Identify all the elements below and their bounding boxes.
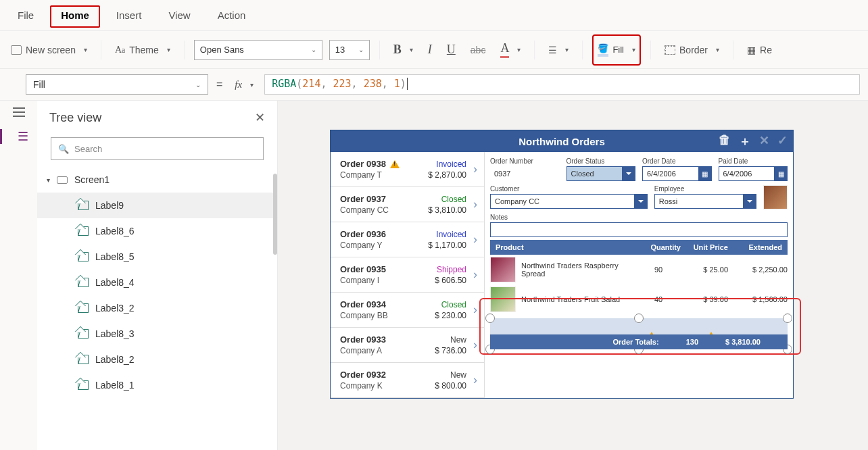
underline-button[interactable]: U [443, 40, 460, 59]
resize-handle[interactable] [783, 314, 792, 323]
chevron-down-icon[interactable] [743, 194, 756, 209]
chevron-down-icon[interactable] [634, 194, 648, 209]
tree-title: Tree view [49, 111, 101, 125]
cancel-icon[interactable]: ✕ [759, 133, 769, 149]
font-size-value: 13 [335, 45, 345, 55]
chevron-right-icon: › [471, 197, 477, 211]
label-icon [78, 226, 89, 236]
tree-node-label-control[interactable]: Label8_2 [37, 347, 277, 372]
tree-view-nav-icon[interactable]: ☰ [0, 129, 37, 144]
align-icon: ☰ [548, 45, 557, 55]
reorder-button[interactable]: ▦ Re [743, 42, 776, 58]
label-icon [78, 329, 89, 339]
order-row[interactable]: Order 0935Company IShipped$ 606.50› [331, 257, 484, 293]
plus-icon[interactable]: ＋ [739, 133, 751, 149]
lbl-customer: Customer [490, 185, 648, 193]
val-customer[interactable]: Company CC [490, 194, 635, 209]
val-paid-date[interactable]: 6/4/2006 [719, 166, 775, 181]
tab-file[interactable]: File [7, 5, 45, 28]
val-order-status[interactable]: Closed [566, 166, 623, 181]
trash-icon[interactable]: 🗑 [719, 133, 731, 149]
new-screen-button[interactable]: New screen ▾ [7, 42, 91, 58]
order-row[interactable]: Order 0934Company BBClosed$ 230.00› [331, 293, 484, 328]
tree-node-label-control[interactable]: Label8_4 [37, 270, 277, 295]
search-input[interactable]: 🔍 Search [51, 137, 264, 160]
order-row[interactable]: Order 0937Company CCClosed$ 3,810.00› [331, 187, 484, 222]
strike-button[interactable]: abc [466, 42, 490, 58]
tree-node-label: Screen1 [74, 174, 110, 185]
hamburger-button[interactable] [13, 107, 25, 117]
font-color-button[interactable]: A▾ [496, 39, 525, 61]
tree-node-label-control[interactable]: Label8_1 [37, 372, 277, 398]
formula-input[interactable]: RGBA(214, 223, 238, 1) [264, 74, 860, 95]
tab-view[interactable]: View [158, 5, 201, 28]
label-icon [78, 355, 89, 364]
calendar-icon[interactable]: ▦ [774, 166, 788, 181]
tree-node-label-control[interactable]: Label8_3 [37, 321, 277, 347]
label-icon [78, 303, 89, 313]
selected-label-control[interactable]: Order Totals: 130 $ 3,810.00 [490, 318, 788, 349]
chevron-down-icon: ▾ [250, 81, 254, 89]
close-icon[interactable]: ✕ [255, 110, 265, 125]
border-icon [665, 45, 675, 55]
bold-button[interactable]: B▾ [389, 40, 417, 59]
val-order-date[interactable]: 6/4/2006 [642, 166, 699, 181]
chevron-right-icon: › [471, 338, 477, 352]
resize-handle[interactable] [634, 314, 644, 323]
property-combo[interactable]: Fill ⌄ [26, 74, 208, 95]
tree-node-screen[interactable]: ▾ Screen1 [37, 167, 277, 193]
reorder-label: Re [760, 45, 772, 55]
label-icon [78, 380, 89, 390]
tree-node-label-control[interactable]: Label8_6 [37, 218, 277, 244]
font-family-combo[interactable]: Open Sans ⌄ [194, 40, 322, 60]
check-icon[interactable]: ✓ [777, 133, 788, 149]
theme-button[interactable]: Aa Theme ▾ [111, 42, 174, 58]
fill-icon: 🪣 [598, 43, 608, 57]
chevron-down-icon[interactable] [622, 166, 635, 181]
tab-action[interactable]: Action [207, 5, 257, 28]
tree-node-label-control[interactable]: Label9 [37, 193, 277, 218]
order-row[interactable]: Order 0932Company KNew$ 800.00› [331, 363, 484, 398]
tree-node-label: Label8_2 [95, 354, 135, 365]
product-thumb [490, 286, 516, 312]
underline-icon: U [447, 43, 456, 57]
val-order-number: 0937 [490, 166, 560, 181]
reorder-icon: ▦ [747, 45, 756, 55]
label-icon [78, 252, 89, 261]
font-color-icon: A [500, 41, 509, 58]
chevron-right-icon: › [471, 162, 477, 176]
app-preview: Northwind Orders 🗑 ＋ ✕ ✓ Order 0938Compa… [331, 130, 793, 398]
font-size-combo[interactable]: 13 ⌄ [329, 40, 370, 60]
val-employee[interactable]: Rossi [654, 194, 744, 209]
order-row[interactable]: Order 0936Company YInvoiced$ 1,170.00› [331, 222, 484, 257]
fill-button[interactable]: 🪣 Fill ▾ [592, 34, 641, 66]
lbl-employee: Employee [654, 185, 756, 193]
tree-node-label-control[interactable]: Label8_5 [37, 244, 277, 270]
tab-insert[interactable]: Insert [105, 5, 153, 28]
theme-icon: Aa [115, 45, 125, 55]
scrollbar-thumb[interactable] [273, 174, 277, 255]
notes-input[interactable] [490, 222, 788, 237]
fx-icon: fx [235, 79, 242, 91]
tree-node-label: Label8_3 [95, 328, 135, 339]
order-row[interactable]: Order 0938Company TInvoiced$ 2,870.00› [331, 152, 484, 187]
tab-home[interactable]: Home [50, 5, 100, 28]
italic-button[interactable]: I [424, 40, 436, 59]
lbl-order-number: Order Number [490, 157, 560, 165]
tree-node-label: Label3_2 [95, 303, 135, 314]
product-row: Northwind Traders Raspberry Spread90$ 25… [490, 255, 788, 284]
product-row: Northwind Traders Fruit Salad40$ 39.00$ … [490, 284, 788, 314]
calendar-icon[interactable]: ▦ [698, 166, 712, 181]
equals-label: = [215, 78, 224, 91]
tree-node-label: Label9 [95, 200, 124, 211]
resize-handle[interactable] [485, 314, 495, 323]
chevron-down-icon: ⌄ [195, 81, 201, 89]
chevron-down-icon: ▾ [517, 46, 521, 53]
align-button[interactable]: ☰▾ [544, 42, 573, 58]
border-button[interactable]: Border ▾ [660, 42, 723, 58]
tree-node-label-control[interactable]: Label3_2 [37, 295, 277, 321]
fx-button[interactable]: fx▾ [231, 76, 258, 93]
tree-node-label: Label8_4 [95, 277, 135, 288]
order-row[interactable]: Order 0933Company ANew$ 736.00› [331, 328, 484, 363]
lbl-notes: Notes [490, 214, 788, 221]
